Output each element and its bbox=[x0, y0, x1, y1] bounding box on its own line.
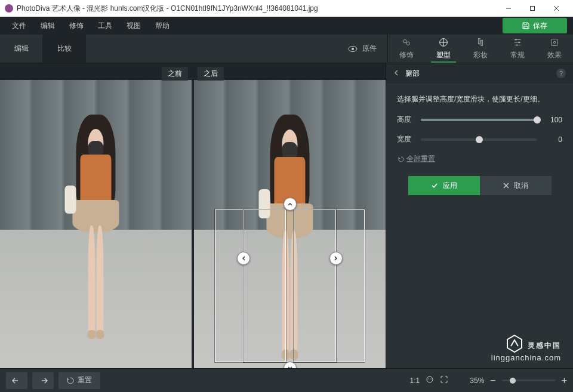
eye-icon bbox=[348, 45, 358, 53]
svg-point-18 bbox=[516, 44, 518, 46]
height-slider-knob[interactable] bbox=[534, 116, 541, 124]
chevron-right-icon bbox=[333, 255, 339, 261]
undo-icon bbox=[12, 377, 21, 384]
menu-help[interactable]: 帮助 bbox=[149, 18, 175, 33]
menubar: 文件 编辑 修饰 工具 视图 帮助 保存 bbox=[0, 17, 573, 35]
ratio-label[interactable]: 1:1 bbox=[410, 376, 420, 385]
back-button[interactable] bbox=[393, 69, 399, 78]
app-title: PhotoDiva 艺术人像 - 混光影 hunls.com汉化版 - O1CN… bbox=[17, 4, 318, 14]
leg-selection-right[interactable] bbox=[294, 209, 336, 362]
makeup-icon bbox=[475, 37, 486, 48]
save-label: 保存 bbox=[533, 21, 547, 31]
svg-point-17 bbox=[518, 42, 520, 44]
svg-rect-11 bbox=[478, 39, 480, 44]
right-panel: 腿部 ? 选择腿并调整高度/宽度滑块，使腿更长/更细。 高度 100 宽度 0 bbox=[386, 63, 573, 368]
before-label: 之前 bbox=[162, 67, 188, 81]
window-close[interactable] bbox=[544, 0, 568, 17]
zoom-out-button[interactable]: − bbox=[490, 375, 495, 386]
zoom-slider-knob[interactable] bbox=[510, 378, 516, 384]
show-original-button[interactable]: 原件 bbox=[337, 35, 387, 63]
rtab-effects[interactable]: 效果 bbox=[536, 35, 573, 63]
svg-point-24 bbox=[429, 378, 429, 379]
svg-rect-1 bbox=[531, 7, 535, 11]
svg-rect-12 bbox=[481, 40, 483, 45]
zoom-in-button[interactable]: + bbox=[562, 375, 567, 386]
zoom-slider[interactable] bbox=[502, 379, 556, 381]
app-icon bbox=[5, 4, 13, 13]
face-icon bbox=[426, 375, 434, 384]
face-fit-button[interactable] bbox=[426, 375, 434, 385]
fit-screen-button[interactable] bbox=[440, 375, 448, 385]
sliders-icon bbox=[512, 37, 523, 48]
sculpt-icon bbox=[438, 37, 449, 48]
before-image bbox=[0, 80, 192, 368]
menu-file[interactable]: 文件 bbox=[6, 18, 32, 33]
chevron-up-icon bbox=[287, 201, 293, 207]
rtab-sculpt[interactable]: 塑型 bbox=[425, 35, 462, 63]
right-tab-bar: 修饰 塑型 彩妆 常规 效果 bbox=[387, 35, 573, 63]
handle-right[interactable] bbox=[329, 252, 343, 265]
handle-left[interactable] bbox=[237, 252, 250, 265]
apply-button[interactable]: 应用 bbox=[408, 176, 480, 195]
height-slider-row: 高度 100 bbox=[397, 115, 562, 125]
cancel-button[interactable]: 取消 bbox=[480, 176, 552, 195]
redo-button[interactable] bbox=[32, 372, 54, 389]
svg-point-6 bbox=[403, 40, 406, 43]
leg-selection-left[interactable] bbox=[244, 209, 286, 362]
chevron-left-icon bbox=[393, 70, 399, 76]
reset-all-link[interactable]: 全部重置 bbox=[398, 154, 562, 164]
mode-tab-edit[interactable]: 编辑 bbox=[0, 35, 43, 63]
leg-selection-box[interactable] bbox=[215, 209, 364, 362]
chevron-left-icon bbox=[241, 255, 247, 261]
help-button[interactable]: ? bbox=[556, 69, 566, 78]
panel-title: 腿部 bbox=[405, 69, 420, 79]
content-area: 之前 之后 bbox=[0, 63, 573, 368]
check-icon bbox=[431, 182, 438, 189]
svg-point-16 bbox=[515, 39, 517, 41]
redo-icon bbox=[38, 377, 48, 384]
titlebar: PhotoDiva 艺术人像 - 混光影 hunls.com汉化版 - O1CN… bbox=[0, 0, 573, 17]
bottom-bar: 重置 1:1 35% − + bbox=[0, 368, 573, 392]
reset-button[interactable]: 重置 bbox=[58, 372, 100, 389]
width-value: 0 bbox=[544, 135, 562, 144]
width-label: 宽度 bbox=[397, 134, 414, 144]
close-icon bbox=[503, 183, 509, 189]
top-strip: 编辑 比较 原件 修饰 塑型 彩妆 常规 效果 bbox=[0, 35, 573, 63]
height-value: 100 bbox=[544, 116, 562, 124]
reset-icon bbox=[67, 377, 74, 384]
svg-point-23 bbox=[427, 376, 433, 382]
rtab-general[interactable]: 常规 bbox=[499, 35, 536, 63]
save-icon bbox=[522, 22, 529, 29]
expand-icon bbox=[440, 375, 448, 384]
undo-button[interactable] bbox=[6, 372, 27, 389]
rtab-retouch[interactable]: 修饰 bbox=[388, 35, 425, 63]
width-slider-knob[interactable] bbox=[476, 136, 483, 143]
height-slider[interactable] bbox=[421, 119, 537, 121]
svg-point-5 bbox=[352, 48, 354, 50]
after-pane[interactable] bbox=[194, 80, 386, 368]
after-label: 之后 bbox=[198, 67, 224, 81]
handle-top[interactable] bbox=[284, 197, 297, 211]
before-pane[interactable] bbox=[0, 80, 192, 368]
canvas-area: 之前 之后 bbox=[0, 63, 386, 368]
save-button[interactable]: 保存 bbox=[503, 18, 567, 33]
menu-retouch[interactable]: 修饰 bbox=[63, 18, 90, 33]
width-slider[interactable] bbox=[421, 138, 537, 141]
menu-edit[interactable]: 编辑 bbox=[35, 18, 61, 33]
zoom-value: 35% bbox=[470, 376, 484, 385]
svg-point-25 bbox=[431, 378, 432, 379]
window-minimize[interactable] bbox=[497, 0, 520, 17]
svg-rect-19 bbox=[552, 39, 558, 46]
reset-icon bbox=[398, 156, 404, 162]
panel-header: 腿部 ? bbox=[386, 63, 573, 84]
rtab-makeup[interactable]: 彩妆 bbox=[462, 35, 499, 63]
menu-tools[interactable]: 工具 bbox=[92, 18, 118, 33]
window-maximize[interactable] bbox=[520, 0, 544, 17]
menu-view[interactable]: 视图 bbox=[121, 18, 147, 33]
svg-point-7 bbox=[406, 42, 409, 45]
panel-description: 选择腿并调整高度/宽度滑块，使腿更长/更细。 bbox=[397, 93, 562, 105]
height-label: 高度 bbox=[397, 115, 414, 125]
effects-icon bbox=[549, 37, 560, 48]
mode-tab-compare[interactable]: 比较 bbox=[43, 35, 86, 63]
svg-point-20 bbox=[553, 41, 556, 44]
